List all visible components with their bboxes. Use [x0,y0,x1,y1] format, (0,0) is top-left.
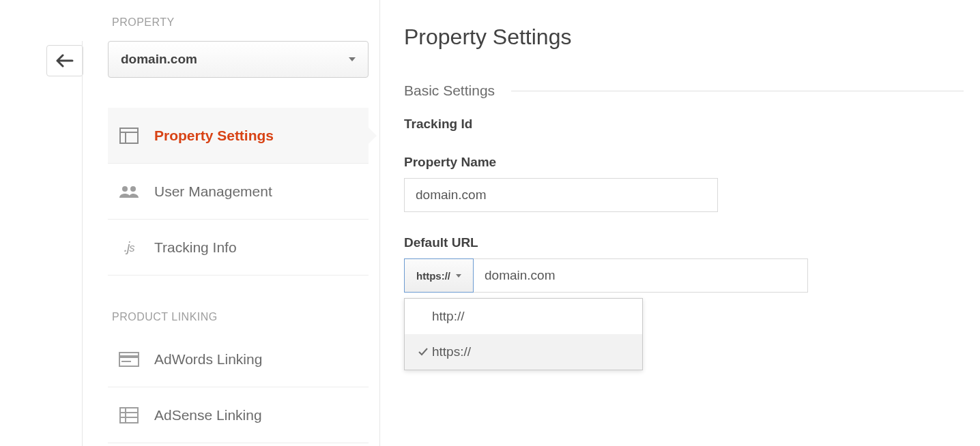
svg-point-4 [130,186,136,192]
chevron-down-icon [456,274,461,278]
svg-rect-6 [119,355,139,358]
divider [82,41,83,446]
card-icon [117,350,141,369]
section-basic-settings-title: Basic Settings [404,83,495,99]
sidebar-item-label: Tracking Info [154,239,237,256]
sidebar-item-user-management[interactable]: User Management [108,164,369,220]
protocol-option-label: http:// [432,309,465,324]
page-title: Property Settings [404,25,964,50]
sidebar-section-property-label: PROPERTY [108,16,369,29]
protocol-select-button[interactable]: https:// [404,258,474,293]
divider [511,91,964,91]
default-url-label: Default URL [404,235,964,250]
back-button[interactable] [46,45,83,76]
property-selector-value: domain.com [121,52,197,67]
protocol-selected-value: https:// [416,270,450,282]
sidebar-item-label: Property Settings [154,128,274,144]
users-icon [117,182,141,201]
sidebar-item-property-settings[interactable]: Property Settings [108,108,369,164]
protocol-option-http[interactable]: http:// [405,299,642,334]
svg-rect-8 [120,408,138,423]
svg-point-3 [122,186,128,192]
sidebar-item-label: AdWords Linking [154,351,262,368]
property-name-input[interactable] [404,178,718,212]
sidebar-section-product-linking-label: PRODUCT LINKING [108,311,369,323]
grid-icon [117,406,141,425]
sidebar-item-label: User Management [154,183,272,200]
divider [379,0,380,446]
protocol-option-https[interactable]: https:// [405,334,642,370]
sidebar-item-label: AdSense Linking [154,407,262,423]
sidebar-item-tracking-info[interactable]: .js Tracking Info [108,220,369,276]
check-icon [414,346,432,357]
svg-rect-0 [120,128,138,143]
tracking-id-label: Tracking Id [404,117,964,132]
layout-icon [117,126,141,145]
property-name-label: Property Name [404,155,964,170]
protocol-dropdown: http:// https:// [404,298,643,370]
property-selector[interactable]: domain.com [108,41,369,78]
arrow-left-icon [56,54,74,68]
svg-rect-5 [119,353,139,366]
protocol-option-label: https:// [432,344,471,359]
sidebar-item-adsense-linking[interactable]: AdSense Linking [108,387,369,443]
js-icon: .js [117,238,141,257]
chevron-down-icon [349,57,356,61]
sidebar-item-adwords-linking[interactable]: AdWords Linking [108,331,369,387]
default-url-input[interactable] [474,258,808,293]
